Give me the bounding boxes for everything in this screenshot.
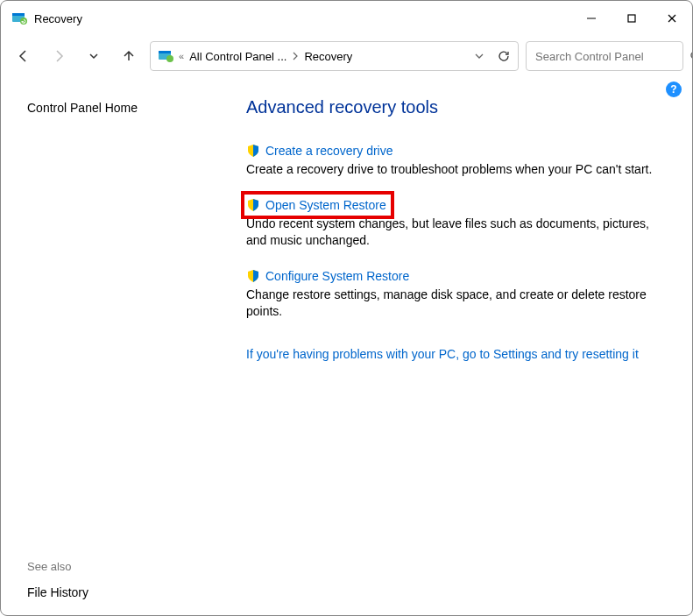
- breadcrumb-root-chevron: «: [179, 51, 184, 61]
- configure-system-restore-link[interactable]: Configure System Restore: [265, 269, 409, 283]
- app-icon: [11, 11, 27, 26]
- tool-item-open-system-restore: Open System Restore Undo recent system c…: [246, 198, 667, 250]
- shield-icon: [246, 269, 260, 283]
- svg-rect-8: [159, 51, 171, 53]
- open-system-restore-desc: Undo recent system changes, but leave fi…: [246, 216, 667, 250]
- reset-settings-link[interactable]: If you're having problems with your PC, …: [246, 347, 667, 361]
- tool-item-configure-system-restore: Configure System Restore Change restore …: [246, 269, 667, 321]
- search-box[interactable]: [526, 41, 683, 71]
- close-button[interactable]: [652, 1, 692, 36]
- address-bar[interactable]: « All Control Panel ... Recovery: [150, 41, 519, 71]
- svg-point-9: [166, 55, 173, 62]
- control-panel-icon: [158, 48, 173, 64]
- up-button[interactable]: [115, 42, 143, 70]
- back-button[interactable]: [10, 42, 38, 70]
- titlebar: Recovery: [1, 1, 692, 36]
- search-icon: [689, 50, 693, 62]
- chevron-right-icon: [292, 52, 299, 60]
- create-recovery-drive-desc: Create a recovery drive to troubleshoot …: [246, 161, 667, 179]
- breadcrumb-dropdown-icon[interactable]: [474, 51, 484, 61]
- configure-system-restore-desc: Change restore settings, manage disk spa…: [246, 287, 667, 321]
- shield-icon: [246, 144, 260, 158]
- breadcrumb-parent[interactable]: All Control Panel ...: [189, 50, 286, 63]
- create-recovery-drive-link[interactable]: Create a recovery drive: [265, 144, 393, 158]
- search-input[interactable]: [535, 50, 682, 63]
- window-controls: [571, 1, 692, 36]
- toolbar: « All Control Panel ... Recovery: [1, 36, 692, 76]
- refresh-button[interactable]: [497, 49, 511, 63]
- maximize-button[interactable]: [612, 1, 652, 36]
- recent-locations-button[interactable]: [80, 42, 108, 70]
- help-button[interactable]: ?: [666, 81, 682, 97]
- file-history-link[interactable]: File History: [27, 585, 197, 599]
- see-also-label: See also: [27, 560, 197, 573]
- control-panel-home-link[interactable]: Control Panel Home: [27, 101, 197, 115]
- minimize-button[interactable]: [571, 1, 612, 36]
- sidebar: Control Panel Home See also File History: [1, 76, 211, 616]
- page-title: Advanced recovery tools: [246, 97, 668, 117]
- open-system-restore-link[interactable]: Open System Restore: [265, 198, 386, 212]
- svg-rect-1: [12, 13, 25, 16]
- tool-item-create-recovery-drive: Create a recovery drive Create a recover…: [246, 144, 667, 179]
- svg-rect-4: [628, 15, 635, 22]
- forward-button[interactable]: [45, 42, 73, 70]
- window-title: Recovery: [34, 12, 82, 25]
- shield-icon: [246, 198, 260, 212]
- breadcrumb-current[interactable]: Recovery: [304, 50, 352, 63]
- main-content: ? Advanced recovery tools Create a recov…: [211, 76, 692, 616]
